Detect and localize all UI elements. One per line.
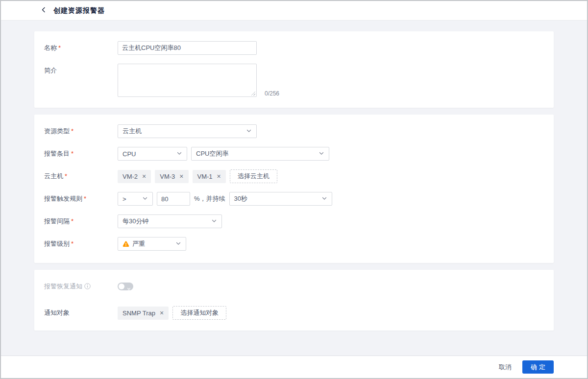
select-vm-button[interactable]: 选择云主机 [230,169,277,183]
chevron-down-icon [246,128,252,135]
interval-select[interactable]: 每30分钟 [118,214,222,228]
page-title: 创建资源报警器 [53,6,105,15]
trigger-rule-row: 报警触发规则* > %，并持续 30秒 [44,192,544,206]
chevron-down-icon [318,150,324,158]
duration-select[interactable]: 30秒 [229,192,332,206]
toggle-off-icon [127,284,131,293]
create-alarm-page: 创建资源报警器 名称* 简介 [0,0,588,379]
level-select[interactable]: 严重 [118,237,186,251]
chevron-down-icon [211,218,217,225]
info-icon[interactable] [84,281,91,294]
resource-type-select[interactable]: 云主机 [118,124,257,138]
level-row: 报警级别* 严重 [44,237,544,251]
back-button[interactable] [40,6,47,15]
recovery-notify-label: 报警恢复通知 [44,280,118,294]
cancel-button[interactable]: 取消 [499,363,512,372]
vm-tag: VM-3 × [155,170,188,183]
notify-target-label: 通知对象 [44,306,118,320]
toggle-knob [119,284,124,289]
select-notify-target-button[interactable]: 选择通知对象 [172,306,226,320]
name-input[interactable] [118,41,257,55]
required-mark: * [65,172,67,180]
alarm-settings-card: 资源类型* 云主机 报警条目* CPU [34,115,554,263]
alarm-item-row: 报警条目* CPU CPU空闲率 [44,147,544,161]
recovery-toggle[interactable] [118,283,133,290]
intro-label: 简介 [44,64,118,77]
basic-info-card: 名称* 简介 0/256 [34,31,554,108]
remove-tag-icon[interactable]: × [179,173,183,180]
level-label: 报警级别* [44,237,118,251]
remove-tag-icon[interactable]: × [217,173,221,180]
resource-type-row: 资源类型* 云主机 [44,124,544,138]
char-counter: 0/256 [265,90,279,97]
threshold-input[interactable] [157,192,190,206]
item-category-select[interactable]: CPU [118,147,187,161]
trigger-rule-label: 报警触发规则* [44,192,118,206]
remove-tag-icon[interactable]: × [160,309,164,316]
notification-card: 报警恢复通知 通知对象 [34,270,554,331]
item-metric-select[interactable]: CPU空闲率 [191,147,329,161]
recovery-notify-row: 报警恢复通知 [44,280,544,294]
interval-row: 报警间隔* 每30分钟 [44,214,544,228]
footer-action-bar: 取消 确定 [1,355,587,378]
chevron-left-icon [40,6,47,15]
required-mark: * [71,217,74,225]
remove-tag-icon[interactable]: × [142,173,146,180]
page-header: 创建资源报警器 [1,1,587,21]
required-mark: * [71,240,74,247]
warning-triangle-icon [122,241,129,247]
vm-row: 云主机* VM-2 × VM-3 × VM-1 × 选择云主机 [44,169,544,183]
required-mark: * [71,150,74,157]
notify-target-row: 通知对象 SNMP Trap × 选择通知对象 [44,306,544,320]
vm-tag: VM-2 × [118,170,151,183]
notify-target-tag: SNMP Trap × [118,307,169,320]
intro-row: 简介 0/256 [44,64,544,97]
alarm-item-label: 报警条目* [44,147,118,161]
trigger-unit-text: %，并持续 [194,194,225,203]
required-mark: * [58,44,61,51]
name-row: 名称* [44,41,544,55]
operator-select[interactable]: > [118,192,153,206]
resource-type-label: 资源类型* [44,124,118,138]
name-label: 名称* [44,41,118,55]
required-mark: * [84,195,86,202]
vm-tag: VM-1 × [193,170,226,183]
chevron-down-icon [176,150,182,158]
required-mark: * [71,127,74,135]
interval-label: 报警间隔* [44,214,118,228]
intro-textarea[interactable] [118,64,257,97]
chevron-down-icon [142,195,148,203]
vm-label: 云主机* [44,169,118,183]
confirm-button[interactable]: 确定 [522,360,554,374]
form-content: 名称* 简介 0/256 [1,21,587,355]
chevron-down-icon [321,195,327,203]
chevron-down-icon [175,240,181,248]
